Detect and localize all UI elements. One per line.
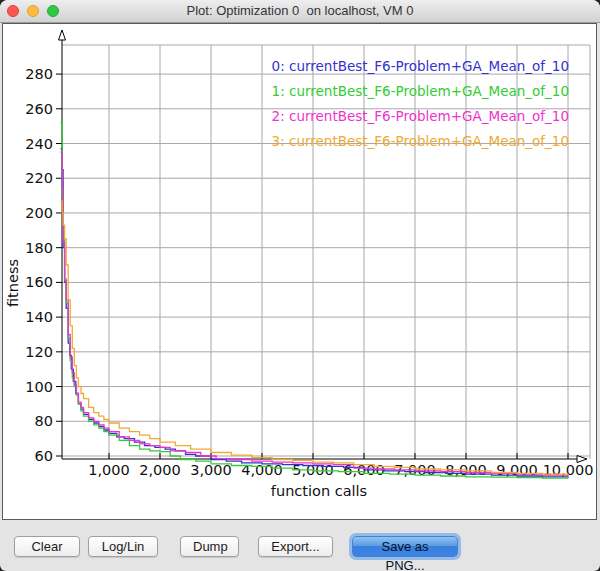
series-line-2 (61, 152, 569, 476)
title-bar[interactable]: Plot: Optimization 0 on localhost, VM 0 (0, 0, 600, 23)
plot-panel: 60801001201401601802002202402602801,0002… (2, 23, 597, 520)
export-button[interactable]: Export... (258, 536, 333, 557)
y-tick-label: 200 (25, 205, 53, 221)
y-tick-label: 240 (25, 136, 53, 152)
y-tick-label: 100 (25, 379, 53, 395)
y-tick-label: 160 (25, 274, 53, 290)
x-tick-label: 2,000 (139, 462, 181, 478)
legend-entry-1: 1: currentBest_F6-Problem+GA_Mean_of_10 (272, 83, 569, 99)
y-tick-label: 60 (35, 448, 53, 464)
y-tick-label: 260 (25, 101, 53, 117)
legend-entry-3: 3: currentBest_F6-Problem+GA_Mean_of_10 (272, 133, 569, 149)
y-axis-arrow-icon (59, 30, 66, 40)
fitness-chart[interactable]: 60801001201401601802002202402602801,0002… (3, 24, 596, 519)
y-tick-label: 180 (25, 240, 53, 256)
window-title: Plot: Optimization 0 on localhost, VM 0 (0, 0, 600, 22)
y-tick-label: 220 (25, 170, 53, 186)
log-lin-button[interactable]: Log/Lin (88, 536, 158, 557)
button-row: ClearLog/LinDumpExport...Save as PNG... (0, 536, 600, 558)
dump-button[interactable]: Dump (180, 536, 239, 557)
series-line-3 (61, 201, 569, 475)
y-tick-label: 280 (25, 66, 53, 82)
series-line-0 (61, 149, 569, 478)
y-tick-label: 120 (25, 344, 53, 360)
legend-entry-0: 0: currentBest_F6-Problem+GA_Mean_of_10 (272, 58, 569, 74)
x-tick-label: 1,000 (88, 462, 130, 478)
y-tick-label: 140 (25, 309, 53, 325)
y-axis-title: fitness (5, 259, 21, 307)
x-axis-title: function calls (271, 483, 367, 499)
plot-window: Plot: Optimization 0 on localhost, VM 0 … (0, 0, 600, 571)
y-tick-label: 80 (35, 413, 53, 429)
clear-button[interactable]: Clear (14, 536, 80, 557)
series-line-1 (61, 123, 569, 479)
save-as-png-button[interactable]: Save as PNG... (352, 536, 458, 557)
legend-entry-2: 2: currentBest_F6-Problem+GA_Mean_of_10 (272, 108, 569, 124)
